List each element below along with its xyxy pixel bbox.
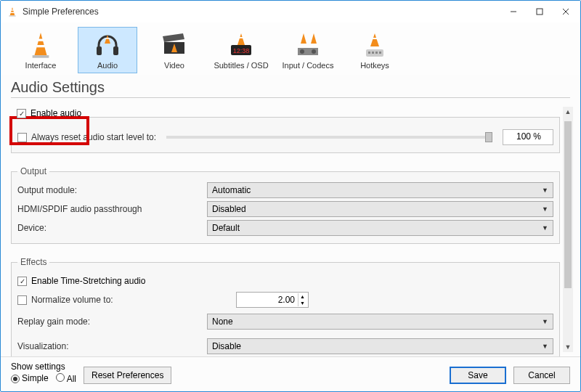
- subtitles-icon: 12:38: [227, 30, 256, 60]
- cone-icon: [26, 30, 55, 60]
- show-settings-label: Show settings: [11, 362, 76, 372]
- footer: Show settings Simple All Reset Preferenc…: [1, 356, 580, 391]
- spinner-down-icon[interactable]: ▼: [298, 300, 306, 306]
- tab-label: Video: [164, 61, 184, 70]
- enable-audio-checkbox[interactable]: [17, 109, 26, 118]
- scroll-down-icon[interactable]: ▼: [563, 342, 573, 352]
- divider: [11, 97, 570, 98]
- timestretch-label: Enable Time-Stretching audio: [31, 276, 145, 286]
- timestretch-checkbox[interactable]: [17, 277, 27, 286]
- svg-rect-9: [33, 55, 49, 58]
- output-module-select[interactable]: Automatic ▼: [207, 182, 553, 198]
- maximize-button[interactable]: [527, 1, 553, 22]
- visualization-label: Visualization:: [17, 341, 203, 351]
- settings-content: Enable audio Always reset audio start le…: [11, 102, 560, 356]
- replay-gain-label: Replay gain mode:: [17, 317, 203, 327]
- normalize-checkbox[interactable]: [17, 295, 27, 305]
- chevron-down-icon: ▼: [542, 224, 548, 232]
- replay-gain-select[interactable]: None ▼: [207, 314, 553, 330]
- visualization-select[interactable]: Disable ▼: [207, 338, 553, 354]
- svg-rect-33: [375, 52, 378, 54]
- svg-point-26: [300, 49, 304, 54]
- chevron-down-icon: ▼: [542, 205, 548, 213]
- scroll-up-icon[interactable]: ▲: [563, 107, 573, 117]
- svg-rect-34: [379, 52, 381, 54]
- svg-rect-5: [537, 9, 543, 15]
- svg-rect-10: [38, 39, 44, 41]
- codecs-icon: [293, 30, 322, 60]
- svg-rect-15: [106, 38, 110, 39]
- chevron-down-icon: ▼: [542, 318, 548, 325]
- chevron-down-icon: ▼: [542, 343, 548, 350]
- svg-rect-13: [113, 46, 118, 55]
- tab-label: Interface: [25, 61, 57, 70]
- svg-marker-21: [237, 33, 245, 45]
- always-reset-label: Always reset audio start level to:: [31, 132, 156, 142]
- category-tabs: Interface Audio Video 12:38 Subtitles / …: [1, 23, 580, 75]
- window-title: Simple Preferences: [23, 7, 500, 17]
- device-label: Device:: [17, 223, 203, 233]
- device-select[interactable]: Default ▼: [207, 220, 553, 236]
- minimize-button[interactable]: [500, 1, 527, 22]
- tab-interface[interactable]: Interface: [11, 27, 70, 73]
- start-level-value[interactable]: 100 %: [503, 129, 553, 145]
- clapper-icon: [160, 30, 189, 60]
- tab-hotkeys[interactable]: Hotkeys: [345, 27, 405, 73]
- tab-label: Subtitles / OSD: [214, 61, 268, 70]
- titlebar: Simple Preferences: [1, 1, 580, 23]
- svg-rect-2: [11, 9, 14, 10]
- tab-audio[interactable]: Audio: [78, 27, 137, 73]
- svg-marker-28: [370, 33, 379, 46]
- preferences-window: Simple Preferences Interface Audio Video: [0, 0, 581, 392]
- always-reset-checkbox[interactable]: [17, 133, 27, 142]
- enable-audio-label: Enable audio: [31, 108, 81, 118]
- svg-rect-3: [11, 12, 15, 13]
- spinner-up-icon[interactable]: ▲: [298, 293, 306, 300]
- effects-legend: Effects: [17, 257, 49, 267]
- tab-label: Input / Codecs: [283, 61, 334, 70]
- svg-marker-17: [163, 33, 184, 42]
- headphones-icon: [93, 30, 122, 60]
- scrollbar-thumb[interactable]: [564, 121, 572, 288]
- passthrough-label: HDMI/SPDIF audio passthrough: [17, 204, 203, 214]
- passthrough-select[interactable]: Disabled ▼: [207, 201, 553, 217]
- svg-rect-1: [9, 15, 15, 16]
- svg-marker-0: [10, 7, 15, 15]
- tab-input-codecs[interactable]: Input / Codecs: [278, 27, 338, 73]
- hotkeys-icon: [360, 30, 389, 60]
- cancel-button[interactable]: Cancel: [513, 367, 570, 384]
- normalize-value-spinner[interactable]: 2.00 ▲▼: [236, 292, 309, 308]
- tab-video[interactable]: Video: [145, 27, 204, 73]
- app-icon: [7, 6, 18, 17]
- normalize-label: Normalize volume to:: [31, 295, 206, 305]
- svg-marker-24: [311, 33, 317, 44]
- start-level-slider[interactable]: [166, 136, 492, 139]
- save-button[interactable]: Save: [450, 367, 506, 384]
- close-button[interactable]: [553, 1, 579, 22]
- page-title: Audio Settings: [11, 79, 570, 96]
- svg-rect-29: [373, 38, 378, 39]
- svg-rect-31: [368, 52, 370, 54]
- svg-rect-12: [97, 46, 102, 55]
- tab-label: Audio: [97, 61, 118, 70]
- chevron-down-icon: ▼: [542, 187, 548, 194]
- svg-point-27: [312, 49, 316, 54]
- svg-text:12:38: 12:38: [233, 47, 250, 54]
- svg-marker-8: [35, 33, 47, 55]
- svg-rect-11: [36, 45, 44, 47]
- svg-marker-23: [301, 33, 306, 44]
- reset-preferences-button[interactable]: Reset Preferences: [84, 367, 171, 384]
- svg-rect-22: [239, 37, 243, 38]
- show-simple-radio[interactable]: Simple: [11, 373, 49, 384]
- tab-subtitles[interactable]: 12:38 Subtitles / OSD: [211, 27, 271, 73]
- show-all-radio[interactable]: All: [56, 373, 76, 384]
- tab-label: Hotkeys: [360, 61, 389, 70]
- output-legend: Output: [17, 166, 49, 176]
- output-module-label: Output module:: [17, 185, 203, 195]
- svg-rect-32: [372, 52, 374, 54]
- vertical-scrollbar[interactable]: ▲ ▼: [563, 107, 573, 352]
